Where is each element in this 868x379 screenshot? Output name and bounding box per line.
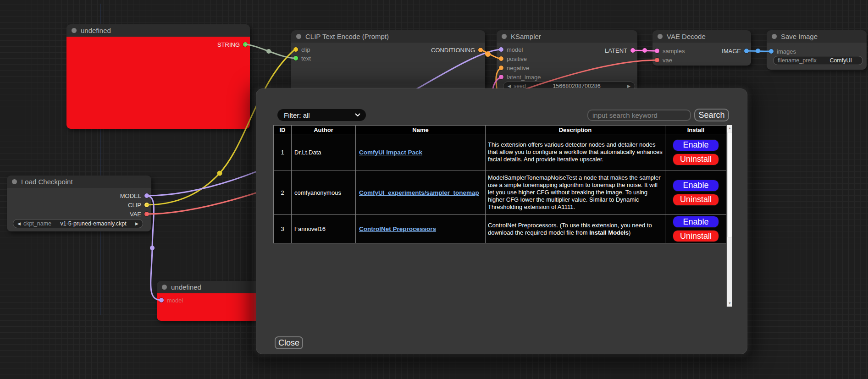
node-title: KSampler	[511, 33, 541, 40]
table-row: 2 comfyanonymous ComfyUI_experiments/sam…	[274, 170, 727, 215]
node-title-bar[interactable]: Load Checkpoint	[7, 176, 151, 188]
enable-button[interactable]: Enable	[673, 139, 719, 151]
collapse-dot-icon[interactable]	[72, 28, 77, 33]
latent-port-icon[interactable]	[499, 75, 503, 79]
ckpt-name-widget[interactable]: ◀ ckpt_name v1-5-pruned-emaonly.ckpt ▶	[13, 219, 143, 228]
node-title-bar[interactable]: VAE Decode	[652, 30, 751, 43]
node-title: undefined	[81, 27, 111, 34]
search-button[interactable]: Search	[694, 109, 729, 121]
input-slot-negative[interactable]: negative	[499, 63, 529, 72]
chevron-down-icon	[355, 113, 360, 117]
input-slot-model[interactable]: model	[159, 296, 183, 305]
uninstall-button[interactable]: Uninstall	[673, 230, 719, 242]
output-slot-string[interactable]: STRING	[217, 40, 248, 49]
reroute-dot	[150, 246, 155, 250]
output-slot-vae[interactable]: VAE	[130, 209, 149, 219]
enable-button[interactable]: Enable	[673, 216, 719, 228]
extension-link[interactable]: ComfyUI_experiments/sampler_tonemap	[359, 189, 479, 196]
input-slot-vae[interactable]: vae	[655, 55, 672, 65]
table-scrollbar[interactable]: ▲ ▼	[726, 125, 732, 307]
node-body	[66, 37, 250, 129]
node-title-bar[interactable]: Save Image	[767, 30, 867, 43]
extension-manager-dialog: Filter: all Search IDAuthorNameDescripti…	[256, 88, 747, 354]
table-header-cell: ID	[274, 126, 292, 134]
input-slot-model[interactable]: model	[499, 45, 523, 54]
node-undefined-top[interactable]: undefined STRING	[66, 24, 250, 129]
node-title: Save Image	[781, 33, 818, 40]
table-header-cell: Name	[356, 126, 486, 134]
scroll-up-arrow-icon[interactable]: ▲	[727, 125, 733, 132]
extension-id: 1	[274, 134, 292, 170]
reroute-dot	[217, 171, 222, 176]
node-ksampler[interactable]: KSampler model positive negative latent_…	[497, 30, 637, 94]
image-port-icon[interactable]	[744, 49, 749, 53]
input-slot-text[interactable]: text	[293, 54, 311, 63]
output-slot-latent[interactable]: LATENT	[605, 46, 635, 55]
extension-link[interactable]: ComfyUI Impact Pack	[359, 149, 422, 156]
extension-link[interactable]: ControlNet Preprocessors	[359, 225, 436, 232]
node-title: Load Checkpoint	[21, 178, 73, 186]
node-clip-text-encode[interactable]: CLIP Text Encode (Prompt) clip text COND…	[291, 30, 485, 94]
model-port-icon[interactable]	[499, 47, 503, 52]
collapse-dot-icon[interactable]	[658, 34, 663, 39]
string-port-icon[interactable]	[243, 42, 248, 47]
extension-table: IDAuthorNameDescriptionInstall 1 Dr.Lt.D…	[273, 125, 727, 243]
table-header-row: IDAuthorNameDescriptionInstall	[274, 126, 727, 134]
collapse-dot-icon[interactable]	[12, 179, 17, 184]
increment-arrow-icon[interactable]: ▶	[627, 84, 630, 88]
decrement-arrow-icon[interactable]: ◀	[508, 84, 511, 88]
filter-dropdown[interactable]: Filter: all	[277, 109, 366, 121]
reroute-dot	[266, 49, 271, 54]
input-slot-samples[interactable]: samples	[655, 46, 685, 55]
latent-port-icon[interactable]	[655, 49, 659, 53]
text-port-icon[interactable]	[293, 56, 298, 60]
output-slot-image[interactable]: IMAGE	[722, 46, 749, 55]
model-port-icon[interactable]	[144, 193, 149, 198]
enable-button[interactable]: Enable	[673, 180, 719, 192]
model-port-icon[interactable]	[159, 298, 164, 302]
table-row: 1 Dr.Lt.Data ComfyUI Impact Pack This ex…	[274, 134, 727, 170]
conditioning-port-icon[interactable]	[499, 56, 503, 61]
collapse-dot-icon[interactable]	[772, 34, 777, 39]
image-port-icon[interactable]	[769, 49, 774, 54]
uninstall-button[interactable]: Uninstall	[673, 154, 719, 165]
conditioning-port-icon[interactable]	[499, 66, 503, 70]
output-slot-conditioning[interactable]: CONDITIONING	[431, 45, 483, 55]
input-slot-latent-image[interactable]: latent_image	[499, 72, 541, 82]
search-input[interactable]	[587, 110, 691, 121]
input-slot-images[interactable]: images	[769, 47, 796, 56]
reroute-dot	[642, 48, 647, 53]
close-button[interactable]: Close	[275, 336, 303, 349]
node-vae-decode[interactable]: VAE Decode samples vae IMAGE	[652, 30, 751, 66]
node-title-bar[interactable]: CLIP Text Encode (Prompt)	[291, 30, 485, 43]
conditioning-port-icon[interactable]	[478, 48, 483, 52]
increment-arrow-icon[interactable]: ▶	[135, 221, 138, 226]
collapse-dot-icon[interactable]	[296, 34, 301, 39]
collapse-dot-icon[interactable]	[162, 285, 167, 290]
uninstall-button[interactable]: Uninstall	[673, 194, 719, 206]
output-slot-clip[interactable]: CLIP	[128, 200, 149, 209]
scrollbar-thumb[interactable]	[727, 132, 732, 237]
node-load-checkpoint[interactable]: Load Checkpoint MODEL CLIP VAE ◀ ckpt_na…	[7, 176, 151, 231]
node-title-bar[interactable]: undefined	[66, 24, 250, 37]
output-slot-model[interactable]: MODEL	[120, 191, 149, 200]
extension-author: Fannovel16	[292, 215, 356, 243]
vae-port-icon[interactable]	[144, 212, 149, 216]
extension-table-body: 1 Dr.Lt.Data ComfyUI Impact Pack This ex…	[274, 134, 727, 243]
node-save-image[interactable]: Save Image images filename_prefix ComfyU…	[767, 30, 867, 70]
filename-prefix-widget[interactable]: filename_prefix ComfyUI	[773, 56, 863, 65]
latent-port-icon[interactable]	[630, 48, 635, 53]
node-undefined-bottom[interactable]: undefined model	[157, 281, 261, 321]
collapse-dot-icon[interactable]	[502, 34, 507, 39]
input-slot-clip[interactable]: clip	[293, 45, 310, 54]
vae-port-icon[interactable]	[655, 58, 659, 62]
input-slot-positive[interactable]: positive	[499, 54, 527, 63]
clip-port-icon[interactable]	[144, 203, 149, 207]
clip-port-icon[interactable]	[293, 47, 298, 52]
node-title-bar[interactable]: undefined	[157, 281, 261, 293]
extension-id: 3	[274, 215, 292, 243]
decrement-arrow-icon[interactable]: ◀	[17, 221, 21, 226]
extension-description: ControlNet Preprocessors. (To use this e…	[486, 215, 665, 243]
node-title-bar[interactable]: KSampler	[497, 30, 637, 43]
scroll-down-arrow-icon[interactable]: ▼	[727, 300, 733, 307]
